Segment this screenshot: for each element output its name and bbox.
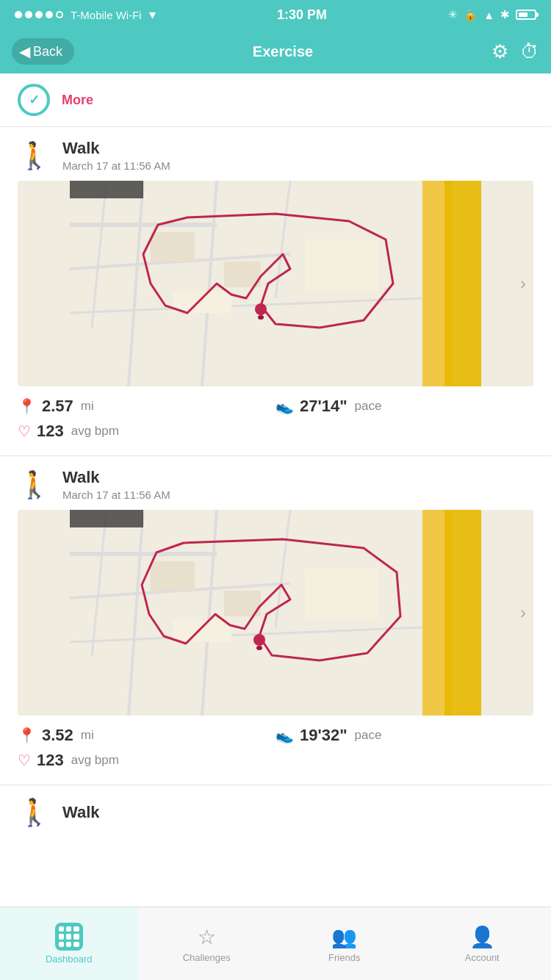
heartrate-value-1: 123	[37, 422, 64, 441]
entry-chevron-2: ›	[520, 602, 526, 623]
heartrate-stat-1: ♡ 123 avg bpm	[18, 422, 533, 441]
shoe-icon-2: 👟	[276, 727, 294, 744]
heartrate-value-2: 123	[37, 751, 64, 770]
tab-label-challenges: Challenges	[183, 952, 231, 963]
svg-rect-19	[444, 510, 481, 716]
entry-date-2: March 17 at 11:56 AM	[62, 489, 170, 501]
status-right: ✳ 🔒 ▲ ✱	[448, 8, 536, 21]
tab-label-dashboard: Dashboard	[46, 954, 93, 965]
svg-rect-2	[444, 181, 481, 386]
distance-value-1: 2.57	[42, 397, 73, 416]
walk-icon-2: 🚶	[18, 469, 51, 500]
status-bar: T-Mobile Wi-Fi ▾ 1:30 PM ✳ 🔒 ▲ ✱	[0, 0, 551, 29]
svg-rect-12	[173, 291, 231, 313]
signal-dot-2	[25, 11, 32, 18]
status-left: T-Mobile Wi-Fi ▾	[15, 7, 156, 23]
svg-rect-30	[305, 569, 378, 620]
status-time: 1:30 PM	[277, 7, 327, 23]
tab-account[interactable]: 👤 Account	[414, 907, 552, 980]
distance-unit-1: mi	[81, 399, 94, 414]
account-icon: 👤	[469, 925, 495, 949]
pace-unit-1: pace	[355, 399, 382, 414]
tab-label-friends: Friends	[328, 952, 360, 963]
walk-icon-partial: 🚶	[18, 797, 51, 828]
location-icon: ▲	[483, 9, 494, 21]
map-2[interactable]: ›	[18, 510, 533, 716]
more-chevron-icon: ✓	[18, 84, 50, 116]
lock-icon: 🔒	[464, 8, 478, 21]
entry-type-1: Walk	[62, 139, 170, 158]
entry-type-2: Walk	[62, 468, 170, 487]
more-row[interactable]: ✓ More	[0, 73, 551, 127]
pace-value-1: 27'14"	[300, 397, 347, 416]
entry-header-2: 🚶 Walk March 17 at 11:56 AM	[18, 468, 533, 501]
bluetooth-icon: ✱	[500, 8, 510, 21]
distance-stat-2: 📍 3.52 mi	[18, 726, 276, 745]
svg-point-32	[256, 646, 262, 650]
map-1[interactable]: ›	[18, 181, 533, 386]
nav-bar: ◀ Back Exercise ⚙ ⏱	[0, 29, 551, 73]
svg-point-15	[258, 315, 264, 320]
exercise-entry-2[interactable]: 🚶 Walk March 17 at 11:56 AM	[0, 456, 551, 785]
tab-label-account: Account	[465, 952, 500, 963]
signal-dot-1	[15, 11, 22, 18]
entry-type-partial: Walk	[62, 803, 100, 822]
wifi-icon: ▾	[149, 7, 156, 23]
entry-stats-1: 📍 2.57 mi 👟 27'14" pace ♡ 123 avg bpm	[18, 397, 533, 441]
pace-unit-2: pace	[355, 728, 382, 743]
heart-icon-2: ♡	[18, 752, 31, 769]
exercise-entry-1[interactable]: 🚶 Walk March 17 at 11:56 AM	[0, 127, 551, 456]
walk-icon-1: 🚶	[18, 140, 51, 171]
entry-date-1: March 17 at 11:56 AM	[62, 159, 170, 172]
timer-icon[interactable]: ⏱	[520, 40, 539, 63]
back-arrow-icon: ◀	[19, 43, 30, 60]
partial-entry[interactable]: 🚶 Walk	[0, 785, 551, 828]
location-pin-icon-1: 📍	[18, 397, 36, 415]
entry-stats-2: 📍 3.52 mi 👟 19'32" pace ♡ 123 avg bpm	[18, 726, 533, 770]
more-label: More	[62, 93, 93, 108]
entry-chevron-1: ›	[520, 273, 526, 294]
shoe-icon-1: 👟	[276, 397, 294, 415]
page-title: Exercise	[253, 43, 313, 60]
svg-rect-33	[70, 510, 143, 527]
main-scroll: ✓ More 🚶 Walk March 17 at 11:56 AM	[0, 73, 551, 901]
heart-icon-1: ♡	[18, 422, 31, 440]
svg-rect-10	[151, 232, 195, 262]
pace-stat-1: 👟 27'14" pace	[276, 397, 533, 416]
tab-bar: Dashboard ☆ Challenges 👥 Friends 👤 Accou…	[0, 907, 551, 980]
nav-icons: ⚙ ⏱	[491, 40, 539, 63]
entry-header-1: 🚶 Walk March 17 at 11:56 AM	[18, 139, 533, 172]
tab-friends[interactable]: 👥 Friends	[276, 907, 414, 980]
tab-dashboard[interactable]: Dashboard	[0, 907, 138, 980]
signal-dot-3	[35, 11, 43, 18]
entry-info-1: Walk March 17 at 11:56 AM	[62, 139, 170, 172]
svg-rect-27	[151, 561, 195, 591]
back-button[interactable]: ◀ Back	[12, 38, 74, 65]
svg-rect-16	[70, 181, 143, 198]
distance-stat-1: 📍 2.57 mi	[18, 397, 276, 416]
tab-challenges[interactable]: ☆ Challenges	[138, 907, 276, 980]
challenges-icon: ☆	[198, 925, 216, 949]
distance-value-2: 3.52	[42, 726, 73, 745]
heartrate-unit-2: avg bpm	[71, 753, 119, 768]
svg-point-14	[255, 303, 267, 315]
heartrate-unit-1: avg bpm	[71, 424, 119, 439]
signal-dot-5	[56, 11, 63, 18]
back-label: Back	[33, 44, 62, 60]
svg-rect-29	[173, 620, 231, 642]
dashboard-grid-icon	[55, 923, 83, 951]
heartrate-stat-2: ♡ 123 avg bpm	[18, 751, 533, 770]
entry-info-partial: Walk	[62, 803, 100, 822]
pace-value-2: 19'32"	[300, 726, 347, 745]
svg-point-31	[253, 634, 265, 646]
signal-dot-4	[46, 11, 53, 18]
friends-icon: 👥	[331, 925, 357, 949]
svg-rect-13	[305, 239, 378, 291]
settings-icon[interactable]: ⚙	[491, 40, 508, 63]
brightness-icon: ✳	[448, 8, 458, 21]
location-pin-icon-2: 📍	[18, 727, 36, 744]
entry-info-2: Walk March 17 at 11:56 AM	[62, 468, 170, 501]
pace-stat-2: 👟 19'32" pace	[276, 726, 533, 745]
battery-icon	[516, 10, 536, 20]
distance-unit-2: mi	[81, 728, 94, 743]
